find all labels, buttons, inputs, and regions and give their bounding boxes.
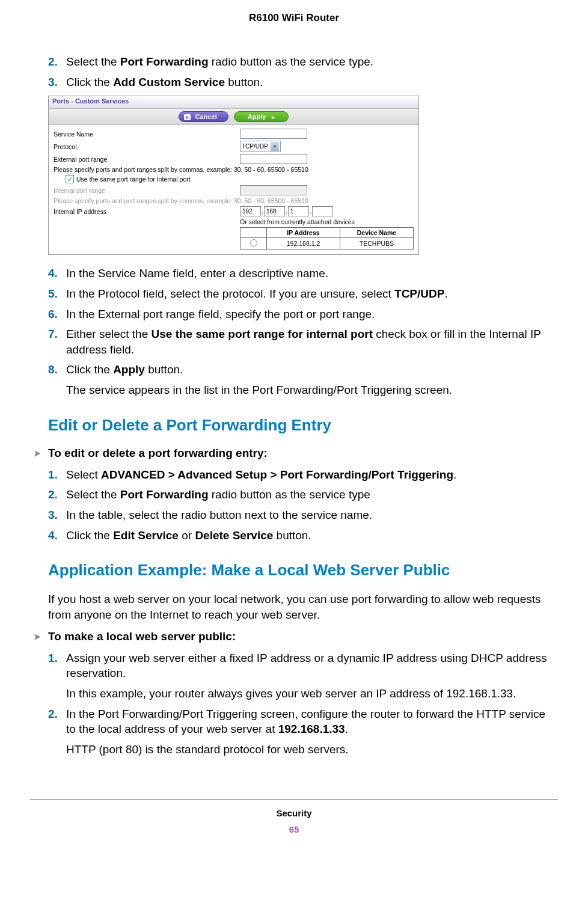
step-list-a: 2.Select the Port Forwarding radio butto… (48, 54, 558, 90)
step-num: 5. (48, 286, 66, 302)
step-num: 2. (48, 54, 66, 70)
section-heading-edit: Edit or Delete a Port Forwarding Entry (48, 416, 558, 435)
ip-input-group: 192.168.1. (240, 206, 333, 216)
sub-heading: ➤To edit or delete a port forwarding ent… (34, 447, 558, 460)
protocol-label: Protocol (54, 143, 240, 150)
service-name-label: Service Name (54, 130, 240, 138)
step-text: In the table, select the radio button ne… (66, 507, 558, 523)
step-text: Either select the Use the same port rang… (66, 326, 558, 357)
device-table: IP AddressDevice Name 192.168.1.2TECHPUB… (240, 227, 414, 249)
step-num: 7. (48, 326, 66, 357)
or-select-label: Or select from currently attached device… (240, 218, 414, 225)
step-text: Click the Edit Service or Delete Service… (66, 528, 558, 543)
step-extra: The service appears in the list in the P… (66, 382, 558, 398)
step-num: 2. (48, 487, 66, 503)
ss-title: Ports - Custom Services (49, 96, 418, 109)
step-num: 4. (48, 266, 66, 281)
ip-octet-3[interactable]: 1 (288, 206, 309, 216)
same-port-checkbox[interactable]: ✓ (66, 175, 74, 183)
step-text: In the Protocol field, select the protoc… (66, 286, 558, 302)
ip-octet-1[interactable]: 192 (240, 206, 261, 216)
step-extra: HTTP (port 80) is the standard protocol … (66, 742, 558, 757)
page-footer: Security 65 (30, 799, 558, 834)
cell-device: TECHPUBS (340, 238, 413, 249)
step-num: 6. (48, 307, 66, 322)
page-header: R6100 WiFi Router (30, 12, 558, 24)
step-num: 3. (48, 75, 66, 90)
arrow-right-icon: ▸ (272, 114, 275, 120)
step-list-b: 4.In the Service Name field, enter a des… (48, 266, 558, 397)
service-name-input[interactable] (240, 129, 307, 139)
section-heading-app-example: Application Example: Make a Local Web Se… (48, 561, 558, 580)
external-port-label: External port range (54, 156, 240, 163)
step-extra: In this example, your router always give… (66, 686, 558, 702)
arrow-icon: ➤ (34, 632, 41, 641)
step-text: Click the Apply button. (66, 362, 558, 378)
step-text: In the Service Name field, enter a descr… (66, 266, 558, 281)
paragraph: If you host a web server on your local n… (48, 592, 558, 622)
step-list-d: 1.Assign your web server either a fixed … (48, 650, 558, 757)
port-note-grey: Please specify ports and port ranges spl… (54, 197, 414, 204)
step-text: Assign your web server either a fixed IP… (66, 650, 558, 681)
step-num: 4. (48, 528, 66, 543)
arrow-icon: ➤ (34, 448, 41, 458)
table-row: 192.168.1.2TECHPUBS (240, 238, 414, 249)
apply-button[interactable]: Apply▸ (234, 111, 289, 122)
step-text: Select the Port Forwarding radio button … (66, 487, 558, 503)
step-text: Select ADVANCED > Advanced Setup > Port … (66, 467, 558, 483)
step-num: 3. (48, 507, 66, 523)
th-device: Device Name (340, 228, 413, 238)
th-ip: IP Address (267, 228, 340, 238)
step-num: 1. (48, 650, 66, 681)
internal-port-input (240, 185, 307, 195)
external-port-input[interactable] (240, 154, 307, 164)
cancel-button[interactable]: xCancel (179, 111, 228, 122)
step-num: 1. (48, 467, 66, 483)
internal-ip-label: Internal IP address (54, 208, 240, 215)
step-num: 2. (48, 706, 66, 737)
dropdown-icon: ▾ (271, 142, 279, 151)
footer-page-number: 65 (30, 824, 558, 834)
cell-ip: 192.168.1.2 (267, 238, 340, 249)
protocol-select[interactable]: TCP/UDP▾ (240, 141, 281, 152)
internal-port-label: Internal port range (54, 187, 240, 194)
ip-octet-2[interactable]: 168 (264, 206, 285, 216)
ip-octet-4[interactable] (312, 206, 333, 216)
step-list-c: 1.Select ADVANCED > Advanced Setup > Por… (48, 467, 558, 543)
step-text: In the Port Forwarding/Port Triggering s… (66, 706, 558, 737)
checkbox-label: Use the same port range for Internal por… (76, 176, 191, 183)
step-text: Select the Port Forwarding radio button … (66, 54, 558, 70)
step-text: Click the Add Custom Service button. (66, 75, 558, 90)
embedded-screenshot: Ports - Custom Services xCancel Apply▸ S… (48, 96, 419, 255)
footer-section: Security (30, 808, 558, 818)
close-icon: x (184, 114, 191, 120)
step-text: In the External port range field, specif… (66, 307, 558, 322)
step-num: 8. (48, 362, 66, 378)
device-radio[interactable] (250, 239, 257, 246)
port-note: Please specify ports and port ranges spl… (54, 166, 414, 173)
sub-heading: ➤To make a local web server public: (34, 630, 558, 643)
